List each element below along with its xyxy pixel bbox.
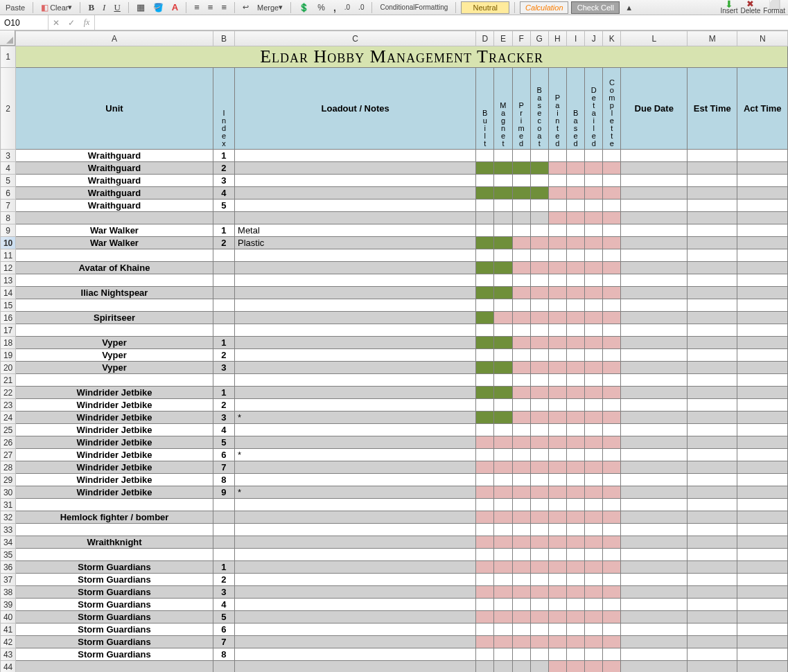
row-header[interactable]: 8 [1,212,16,224]
cell-index[interactable]: 6 [213,449,234,461]
cell-status[interactable] [494,449,512,461]
font-color-button[interactable] [169,1,181,14]
cell-notes[interactable] [235,561,476,574]
column-header-M[interactable]: M [688,31,737,46]
cell-est[interactable] [688,611,737,624]
cell-est[interactable] [688,624,737,636]
cell-act[interactable] [737,536,788,549]
cell-status[interactable] [512,599,530,611]
cell-status[interactable] [603,200,621,212]
cell-status[interactable] [512,224,530,237]
row-header[interactable]: 25 [1,424,16,436]
cell-status[interactable] [548,648,566,661]
cell-est[interactable] [688,212,737,224]
cell-status[interactable] [512,611,530,624]
row-header[interactable]: 12 [1,262,16,274]
cell-index[interactable] [213,287,234,299]
cell-unit[interactable]: Storm Guardians [16,624,213,636]
row-header[interactable]: 44 [1,661,16,673]
cell-status[interactable] [585,561,603,574]
row-header[interactable]: 14 [1,287,16,299]
cell-status[interactable] [603,274,621,287]
cell-index[interactable]: 3 [213,362,234,374]
header-index[interactable]: Index [213,68,234,150]
cell-act[interactable] [737,499,788,511]
cell-status[interactable] [566,224,584,237]
cell-act[interactable] [737,474,788,486]
column-header-B[interactable]: B [213,31,234,46]
cell-index[interactable]: 5 [213,436,234,449]
cell-act[interactable] [737,312,788,324]
cell-due[interactable] [621,436,688,449]
cell-status[interactable] [512,249,530,262]
cell-status[interactable] [476,150,494,162]
cell-status[interactable] [512,486,530,499]
cell-status[interactable] [603,511,621,524]
cell-est[interactable] [688,362,737,374]
column-header-L[interactable]: L [621,31,688,46]
cell-due[interactable] [621,212,688,224]
cell-est[interactable] [688,648,737,661]
cell-due[interactable] [621,586,688,599]
cell-status[interactable] [476,661,494,673]
cell-notes[interactable] [235,287,476,299]
cell-status[interactable] [494,474,512,486]
cell-unit[interactable] [16,299,213,312]
align-left-button[interactable] [191,1,202,14]
cell-status[interactable] [512,624,530,636]
cell-status[interactable] [603,436,621,449]
cell-act[interactable] [737,511,788,524]
cell-status[interactable] [585,162,603,175]
cell-unit[interactable]: Storm Guardians [16,648,213,661]
cell-due[interactable] [621,574,688,586]
row-header[interactable]: 28 [1,461,16,474]
header-notes[interactable]: Loadout / Notes [235,68,476,150]
cell-status[interactable] [512,474,530,486]
cell-status[interactable] [603,237,621,249]
cell-act[interactable] [737,624,788,636]
cell-status[interactable] [603,499,621,511]
cell-act[interactable] [737,175,788,187]
cell-status[interactable] [603,262,621,274]
cell-status[interactable] [603,312,621,324]
cell-status[interactable] [566,586,584,599]
cell-index[interactable]: 3 [213,586,234,599]
cell-status[interactable] [530,324,548,337]
cell-notes[interactable]: Plastic [235,237,476,249]
cell-unit[interactable]: Windrider Jetbike [16,412,213,424]
cell-unit[interactable]: Iliac Nightspear [16,287,213,299]
cell-status[interactable] [494,224,512,237]
cell-status[interactable] [530,524,548,536]
cell-est[interactable] [688,287,737,299]
cell-status[interactable] [530,611,548,624]
cell-est[interactable] [688,262,737,274]
cell-status[interactable] [512,262,530,274]
cell-act[interactable] [737,549,788,561]
cell-status[interactable] [494,337,512,349]
row-header[interactable]: 36 [1,561,16,574]
cell-notes[interactable] [235,150,476,162]
cell-status[interactable] [603,162,621,175]
cell-status[interactable] [585,274,603,287]
cell-status[interactable] [566,436,584,449]
cell-act[interactable] [737,237,788,249]
cell-act[interactable] [737,586,788,599]
cell-due[interactable] [621,611,688,624]
cell-notes[interactable] [235,387,476,399]
row-header[interactable]: 37 [1,574,16,586]
formula-input[interactable] [95,15,788,30]
header-status-magnet[interactable]: Magnet [494,68,512,150]
cell-due[interactable] [621,399,688,412]
cell-status[interactable] [476,237,494,249]
cell-status[interactable] [530,486,548,499]
row-header[interactable]: 15 [1,299,16,312]
cell-act[interactable] [737,599,788,611]
cell-status[interactable] [548,150,566,162]
cell-act[interactable] [737,648,788,661]
cell-est[interactable] [688,449,737,461]
cell-act[interactable] [737,461,788,474]
decrease-decimal-button[interactable] [356,1,367,14]
cell-status[interactable] [566,212,584,224]
cell-est[interactable] [688,536,737,549]
header-status-basecoat[interactable]: Basecoat [530,68,548,150]
